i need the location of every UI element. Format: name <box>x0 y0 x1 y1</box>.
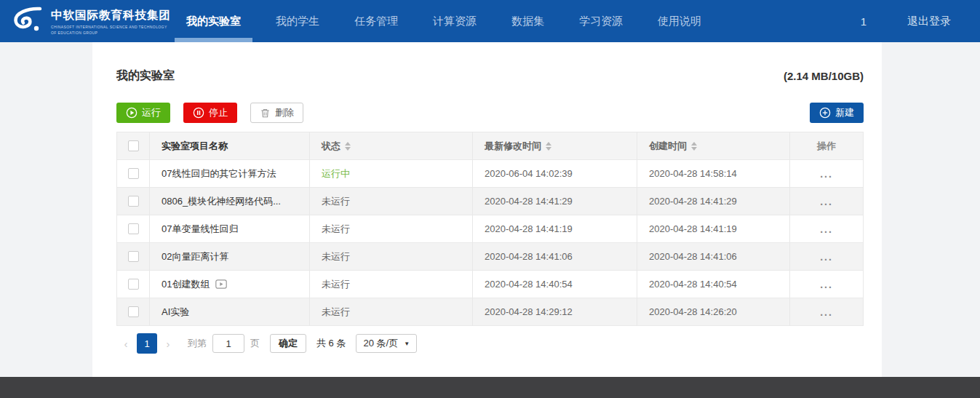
main-content-panel: 我的实验室 (2.14 MB/10GB) 运行 停止 删除 新建 <box>92 42 882 377</box>
logout-button[interactable]: 退出登录 <box>907 15 951 28</box>
project-name-link[interactable]: 02向量距离计算 <box>162 250 228 263</box>
create-new-button-label: 新建 <box>835 106 854 119</box>
next-page-icon[interactable]: › <box>159 333 178 354</box>
sort-carets-icon[interactable] <box>546 142 551 151</box>
sort-carets-icon[interactable] <box>691 142 697 151</box>
page-unit-label: 页 <box>250 337 260 350</box>
modified-time: 2020-04-28 14:29:12 <box>473 298 637 326</box>
nav-item-3[interactable]: 计算资源 <box>415 0 494 42</box>
more-actions-icon[interactable]: ... <box>820 251 833 263</box>
project-name-link[interactable]: 01创建数组 <box>162 278 210 291</box>
column-header: 操作 <box>790 132 863 160</box>
column-header[interactable]: 状态 <box>310 132 473 160</box>
chevron-down-icon: ▼ <box>404 341 410 347</box>
more-actions-icon[interactable]: ... <box>820 196 833 207</box>
nav-item-6[interactable]: 使用说明 <box>640 0 719 42</box>
goto-page-label: 到第 <box>188 337 207 350</box>
nav-item-1[interactable]: 我的学生 <box>258 0 337 42</box>
top-navigation-bar: 中软国际教育科技集团 CHINASOFT INTERNATIONAL SCIEN… <box>0 0 980 42</box>
column-header[interactable]: 创建时间 <box>637 132 790 160</box>
run-button[interactable]: 运行 <box>116 103 170 123</box>
row-checkbox[interactable] <box>128 306 139 317</box>
column-header-label: 操作 <box>817 140 836 153</box>
modified-time: 2020-04-28 14:41:06 <box>473 243 637 271</box>
brand-subtitle-line1: CHINASOFT INTERNATIONAL SCIENCE AND TECH… <box>51 25 171 29</box>
nav-count-badge[interactable]: 1 <box>861 15 867 28</box>
table-row: 01创建数组 未运行 2020-04-28 14:40:54 2020-04-2… <box>117 271 863 298</box>
more-actions-icon[interactable]: ... <box>820 168 833 180</box>
column-header[interactable]: 最新修改时间 <box>473 132 637 160</box>
more-actions-icon[interactable]: ... <box>820 306 833 318</box>
total-count-label: 共 6 条 <box>316 337 346 350</box>
storage-usage-label: (2.14 MB/10GB) <box>784 70 864 82</box>
status-text: 未运行 <box>322 223 350 236</box>
project-name-link[interactable]: AI实验 <box>162 306 189 319</box>
status-text: 未运行 <box>322 250 350 263</box>
run-button-label: 运行 <box>142 106 161 119</box>
status-text: 未运行 <box>322 195 350 208</box>
column-header-label: 状态 <box>322 140 340 153</box>
chinasoft-logo-icon <box>10 6 45 36</box>
row-checkbox[interactable] <box>128 223 139 234</box>
nav-item-5[interactable]: 学习资源 <box>562 0 640 42</box>
status-text: 未运行 <box>322 278 350 291</box>
nav-right-section: 1 退出登录 <box>861 15 980 28</box>
goto-page-input[interactable] <box>212 334 244 353</box>
confirm-page-button[interactable]: 确定 <box>270 334 306 353</box>
brand-logo-block[interactable]: 中软国际教育科技集团 CHINASOFT INTERNATIONAL SCIEN… <box>0 6 169 36</box>
row-checkbox[interactable] <box>128 168 139 179</box>
project-name-link[interactable]: 07线性回归的其它计算方法 <box>162 167 276 180</box>
toolbar: 运行 停止 删除 新建 <box>116 103 864 123</box>
created-time: 2020-04-28 14:41:19 <box>637 215 790 243</box>
column-header-label: 创建时间 <box>649 140 687 153</box>
trash-icon <box>260 108 271 119</box>
stop-button[interactable]: 停止 <box>183 103 237 123</box>
created-time: 2020-04-28 14:41:29 <box>637 188 790 215</box>
page-size-value: 20 条/页 <box>363 337 398 350</box>
status-text: 未运行 <box>322 306 350 319</box>
current-page-button[interactable]: 1 <box>137 333 157 354</box>
brand-title: 中软国际教育科技集团 <box>51 8 171 23</box>
row-checkbox[interactable] <box>128 251 139 262</box>
video-player-icon[interactable] <box>215 279 227 289</box>
table-header: 实验室项目名称状态最新修改时间创建时间操作 <box>117 132 863 160</box>
brand-text: 中软国际教育科技集团 CHINASOFT INTERNATIONAL SCIEN… <box>51 8 171 35</box>
modified-time: 2020-04-28 14:41:19 <box>473 215 637 243</box>
status-text: 运行中 <box>322 167 350 180</box>
table-row: 07单变量线性回归 未运行 2020-04-28 14:41:19 2020-0… <box>117 215 863 243</box>
prev-page-icon[interactable]: ‹ <box>116 333 135 354</box>
more-actions-icon[interactable]: ... <box>820 223 833 235</box>
nav-item-0[interactable]: 我的实验室 <box>169 0 258 42</box>
delete-button[interactable]: 删除 <box>250 103 303 123</box>
page-footer <box>0 377 980 398</box>
column-header-label: 最新修改时间 <box>485 140 541 153</box>
stop-button-label: 停止 <box>209 106 228 119</box>
plus-circle-icon <box>819 107 831 119</box>
created-time: 2020-04-28 14:40:54 <box>637 271 790 298</box>
create-new-button[interactable]: 新建 <box>810 103 864 123</box>
table-row: AI实验 未运行 2020-04-28 14:29:12 2020-04-28 … <box>117 298 863 326</box>
pause-circle-icon <box>193 107 204 119</box>
page-size-select[interactable]: 20 条/页 ▼ <box>356 334 417 353</box>
column-header: 实验室项目名称 <box>150 132 310 160</box>
column-header-label: 实验室项目名称 <box>162 140 228 153</box>
table-row: 0806_模块化神经网络代码... 未运行 2020-04-28 14:41:2… <box>117 188 863 215</box>
select-all-checkbox[interactable] <box>128 140 139 151</box>
nav-menu: 我的实验室我的学生任务管理计算资源数据集学习资源使用说明 <box>169 0 719 42</box>
created-time: 2020-04-28 14:26:20 <box>637 298 790 326</box>
project-name-link[interactable]: 07单变量线性回归 <box>162 223 238 236</box>
created-time: 2020-04-28 14:41:06 <box>637 243 790 271</box>
table-row: 07线性回归的其它计算方法 运行中 2020-06-04 14:02:39 20… <box>117 160 863 188</box>
more-actions-icon[interactable]: ... <box>820 279 833 290</box>
lab-projects-table: 实验室项目名称状态最新修改时间创建时间操作 07线性回归的其它计算方法 运行中 … <box>116 132 864 326</box>
play-circle-icon <box>126 107 138 119</box>
brand-subtitle-line2: OF EDUCATION GROUP <box>51 31 171 35</box>
sort-carets-icon[interactable] <box>345 142 351 151</box>
row-checkbox[interactable] <box>128 279 139 290</box>
nav-item-2[interactable]: 任务管理 <box>337 0 415 42</box>
project-name-link[interactable]: 0806_模块化神经网络代码... <box>162 195 281 208</box>
delete-button-label: 删除 <box>275 106 294 119</box>
modified-time: 2020-04-28 14:40:54 <box>473 271 637 298</box>
nav-item-4[interactable]: 数据集 <box>494 0 562 42</box>
row-checkbox[interactable] <box>128 196 139 207</box>
